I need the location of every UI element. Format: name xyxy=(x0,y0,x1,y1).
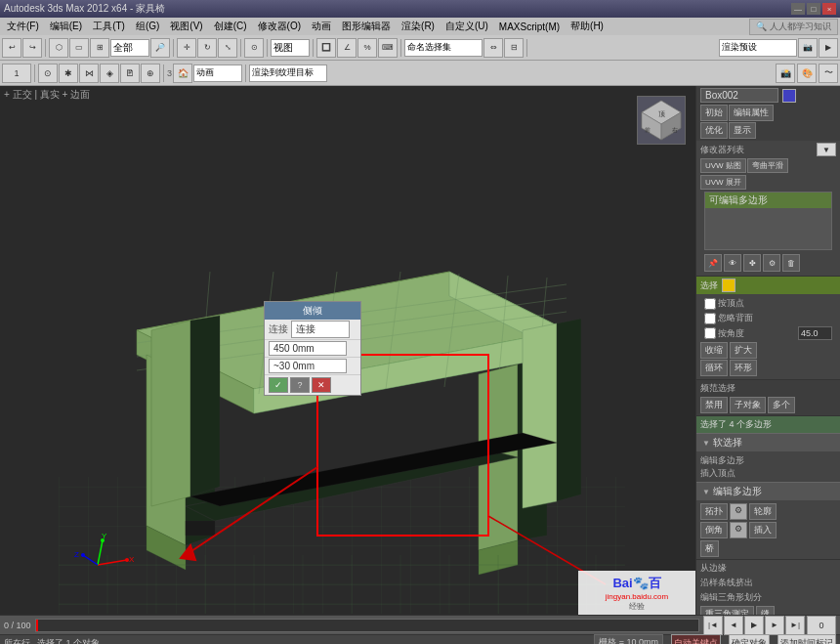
select-region-button[interactable]: ▭ xyxy=(69,38,89,58)
camera-btn[interactable]: 📸 xyxy=(776,64,795,83)
t2-btn6[interactable]: ⊕ xyxy=(141,64,160,83)
percent-snap-button[interactable]: % xyxy=(357,38,377,58)
by-vertex-checkbox[interactable] xyxy=(704,298,716,310)
menu-group[interactable]: 组(G) xyxy=(131,19,164,34)
modifier-add-dropdown[interactable]: ▼ xyxy=(817,143,836,156)
frame-input[interactable]: 1 xyxy=(2,64,31,83)
ignore-back-checkbox[interactable] xyxy=(704,313,716,324)
cm-row-connect[interactable]: 连接 连接 xyxy=(265,320,360,340)
t2-btn4[interactable]: ◈ xyxy=(100,64,119,83)
mod-tab-edit[interactable]: 编辑属性 xyxy=(729,105,774,121)
menu-tools[interactable]: 工具(T) xyxy=(88,19,130,34)
cm-row-30[interactable]: ~30 0mm xyxy=(265,358,360,375)
view-dropdown[interactable]: 视图 xyxy=(271,39,310,57)
render-target-dropdown[interactable]: 渲染到纹理目标 xyxy=(249,64,327,82)
cm-cancel-button2[interactable]: ? xyxy=(290,377,310,393)
rotate-button[interactable]: ↻ xyxy=(197,38,217,58)
menu-render[interactable]: 渲染(R) xyxy=(397,19,440,34)
mod-icon-pin[interactable]: 📌 xyxy=(704,254,722,272)
select-color-swatch[interactable] xyxy=(722,279,735,292)
goto-start-button[interactable]: |◄ xyxy=(703,616,723,635)
shrink-button[interactable]: 收缩 xyxy=(700,342,728,359)
mod-icon-render[interactable]: ✤ xyxy=(743,254,761,272)
frame-number-input[interactable]: 0 xyxy=(807,616,836,635)
add-key-button[interactable]: 添加时间标记 xyxy=(777,634,836,645)
menu-file[interactable]: 文件(F) xyxy=(2,19,44,34)
goto-end-button[interactable]: ►| xyxy=(785,616,805,635)
freq-multi-button[interactable]: 多个 xyxy=(768,397,795,413)
set-key-button[interactable]: 确定对象 xyxy=(729,634,770,645)
edit-poly-rollout[interactable]: 编辑多边形 xyxy=(696,482,840,501)
select-by-name-button[interactable]: 🔎 xyxy=(150,38,170,58)
viewport-cube[interactable]: 顶 前 右 xyxy=(637,96,686,145)
menu-help[interactable]: 帮助(H) xyxy=(566,19,609,34)
snap-button[interactable]: 🔲 xyxy=(316,38,336,58)
search-user-bar[interactable]: 🔍 人人都学习知识 xyxy=(749,19,838,35)
retri-button[interactable]: 重三角测定 xyxy=(700,606,754,615)
menu-animation[interactable]: 动画 xyxy=(307,19,336,34)
modifier-stack[interactable]: 可编辑多边形 xyxy=(704,192,832,250)
render-preset-dropdown[interactable]: 渲染预设 xyxy=(719,39,797,57)
window-crossing-button[interactable]: ⊞ xyxy=(90,38,109,58)
object-name-input[interactable] xyxy=(700,88,778,103)
mod-tab-initial[interactable]: 初始 xyxy=(700,105,728,121)
spinner-snap-button[interactable]: ⌨ xyxy=(378,38,398,58)
context-menu[interactable]: 侧倾 连接 连接 450 0mm ~30 0mm ✓ ? ✕ xyxy=(264,301,361,396)
grow-button[interactable]: 扩大 xyxy=(730,342,757,359)
timeline-bar[interactable] xyxy=(35,619,699,632)
t2-btn5[interactable]: 🖹 xyxy=(120,64,140,83)
mod-item-editable-poly[interactable]: 可编辑多边形 xyxy=(705,193,831,208)
maximize-button[interactable]: □ xyxy=(807,3,820,15)
ring-button[interactable]: 环形 xyxy=(730,360,757,376)
mod-type-bend[interactable]: 弯曲平滑 xyxy=(747,158,788,173)
viewport[interactable]: + 正交 | 真实 + 边面 xyxy=(0,86,695,615)
freq-disabled-button[interactable]: 禁用 xyxy=(700,397,728,413)
t2-btn2[interactable]: ✱ xyxy=(59,64,78,83)
anim-dropdown[interactable]: 动画 xyxy=(193,64,242,82)
menu-view[interactable]: 视图(V) xyxy=(165,19,207,34)
redo-button[interactable]: ↪ xyxy=(22,38,42,58)
curve-editor-btn[interactable]: 〜 xyxy=(819,64,838,83)
t2-btn3[interactable]: ⋈ xyxy=(79,64,99,83)
mirror-button[interactable]: ⇔ xyxy=(483,38,503,58)
object-color-swatch[interactable] xyxy=(782,89,796,103)
align-button[interactable]: ⊟ xyxy=(504,38,524,58)
menu-edit[interactable]: 编辑(E) xyxy=(45,19,87,34)
auto-key-button[interactable]: 自动关键点 xyxy=(671,634,721,645)
mod-icon-show[interactable]: 👁 xyxy=(724,254,741,272)
play-button[interactable]: ▶ xyxy=(744,616,764,635)
mat-editor-btn[interactable]: 🎨 xyxy=(797,64,817,83)
outline-button[interactable]: 轮廓 xyxy=(749,503,777,520)
mod-type-uwv[interactable]: UVW 贴图 xyxy=(700,158,746,173)
cm-confirm-button[interactable]: ✓ xyxy=(269,377,288,393)
bridge-button[interactable]: 桥 xyxy=(700,540,719,557)
soft-select-rollout[interactable]: 软选择 xyxy=(696,433,840,452)
render-frame-button[interactable]: 📷 xyxy=(798,38,818,58)
menu-create[interactable]: 创建(C) xyxy=(209,19,252,34)
menu-maxscript[interactable]: MAXScript(M) xyxy=(494,21,565,33)
by-angle-checkbox[interactable] xyxy=(704,327,716,339)
mod-icon-trash[interactable]: 🗑 xyxy=(782,254,800,272)
freq-sub-button[interactable]: 子对象 xyxy=(730,397,766,413)
next-frame-button[interactable]: ► xyxy=(765,616,784,635)
named-selection-dropdown[interactable]: 命名选择集 xyxy=(404,39,483,57)
angle-value-input[interactable] xyxy=(798,326,832,340)
bevel-settings-button[interactable]: ⚙ xyxy=(730,522,747,538)
t2-btn1[interactable]: ⊙ xyxy=(38,64,58,83)
cm-row-450[interactable]: 450 0mm xyxy=(265,340,360,358)
cm-450-value[interactable]: 450 0mm xyxy=(269,341,347,356)
move-button[interactable]: ✛ xyxy=(177,38,196,58)
close-button[interactable]: × xyxy=(822,3,836,15)
mod-tab-optimize[interactable]: 优化 xyxy=(700,122,728,139)
t2-house[interactable]: 🏠 xyxy=(173,64,192,83)
bevel-button[interactable]: 倒角 xyxy=(700,522,728,538)
insert-button[interactable]: 插入 xyxy=(749,522,777,538)
filter-dropdown[interactable]: 全部 xyxy=(110,39,149,57)
extrude-settings-button[interactable]: ⚙ xyxy=(730,503,747,520)
pivot-button[interactable]: ⊙ xyxy=(244,38,264,58)
extrude-button[interactable]: 拓扑 xyxy=(700,503,728,520)
scale-button[interactable]: ⤡ xyxy=(218,38,237,58)
quick-render-button[interactable]: ▶ xyxy=(819,38,838,58)
mod-tab-display[interactable]: 显示 xyxy=(729,122,756,139)
cm-cancel-button[interactable]: ✕ xyxy=(312,377,331,393)
